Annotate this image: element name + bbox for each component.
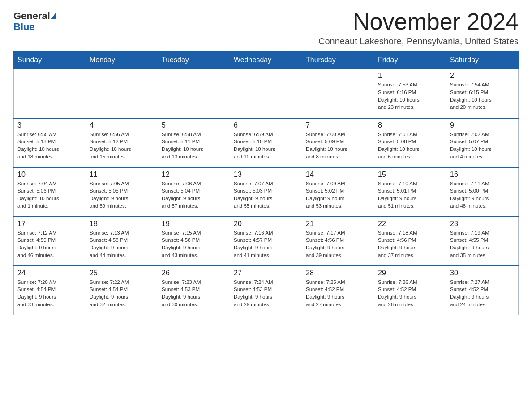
calendar-table: SundayMondayTuesdayWednesdayThursdayFrid…	[13, 51, 519, 315]
calendar-header-row: SundayMondayTuesdayWednesdayThursdayFrid…	[14, 51, 519, 69]
calendar-week-row: 1Sunrise: 7:53 AM Sunset: 6:16 PM Daylig…	[14, 69, 519, 118]
calendar-cell: 5Sunrise: 6:58 AM Sunset: 5:11 PM Daylig…	[158, 118, 230, 167]
day-number: 11	[90, 171, 154, 179]
logo: General Blue	[13, 9, 56, 33]
day-info: Sunrise: 7:26 AM Sunset: 4:52 PM Dayligh…	[378, 278, 442, 308]
day-info: Sunrise: 7:25 AM Sunset: 4:52 PM Dayligh…	[306, 278, 370, 308]
day-info: Sunrise: 7:20 AM Sunset: 4:54 PM Dayligh…	[17, 278, 82, 308]
logo-name-part1: General	[13, 11, 50, 21]
column-header-tuesday: Tuesday	[158, 51, 230, 69]
day-info: Sunrise: 7:04 AM Sunset: 5:06 PM Dayligh…	[17, 180, 82, 210]
calendar-cell	[302, 69, 374, 118]
calendar-week-row: 17Sunrise: 7:12 AM Sunset: 4:59 PM Dayli…	[14, 217, 519, 266]
day-number: 15	[378, 171, 442, 179]
day-number: 21	[306, 220, 370, 228]
day-number: 8	[378, 121, 442, 129]
calendar-cell: 29Sunrise: 7:26 AM Sunset: 4:52 PM Dayli…	[374, 266, 446, 315]
calendar-cell: 12Sunrise: 7:06 AM Sunset: 5:04 PM Dayli…	[158, 167, 230, 217]
calendar-cell: 26Sunrise: 7:23 AM Sunset: 4:53 PM Dayli…	[158, 266, 230, 315]
calendar-cell: 14Sunrise: 7:09 AM Sunset: 5:02 PM Dayli…	[302, 167, 374, 217]
day-info: Sunrise: 7:05 AM Sunset: 5:05 PM Dayligh…	[90, 180, 154, 210]
day-info: Sunrise: 7:19 AM Sunset: 4:55 PM Dayligh…	[450, 229, 515, 259]
calendar-week-row: 3Sunrise: 6:55 AM Sunset: 5:13 PM Daylig…	[14, 118, 519, 167]
calendar-cell: 16Sunrise: 7:11 AM Sunset: 5:00 PM Dayli…	[446, 167, 519, 217]
day-number: 9	[450, 121, 515, 129]
day-number: 16	[450, 171, 515, 179]
day-info: Sunrise: 7:53 AM Sunset: 6:16 PM Dayligh…	[378, 81, 442, 111]
day-number: 23	[450, 220, 515, 228]
calendar-cell: 19Sunrise: 7:15 AM Sunset: 4:58 PM Dayli…	[158, 217, 230, 266]
column-header-sunday: Sunday	[14, 51, 86, 69]
day-info: Sunrise: 7:15 AM Sunset: 4:58 PM Dayligh…	[162, 229, 226, 259]
day-info: Sunrise: 6:59 AM Sunset: 5:10 PM Dayligh…	[234, 131, 298, 161]
day-info: Sunrise: 7:54 AM Sunset: 6:15 PM Dayligh…	[450, 81, 515, 111]
logo-name-part2: Blue	[13, 21, 35, 32]
calendar-cell: 11Sunrise: 7:05 AM Sunset: 5:05 PM Dayli…	[86, 167, 158, 217]
calendar-cell: 13Sunrise: 7:07 AM Sunset: 5:03 PM Dayli…	[230, 167, 302, 217]
day-number: 22	[378, 220, 442, 228]
day-info: Sunrise: 6:55 AM Sunset: 5:13 PM Dayligh…	[17, 131, 82, 161]
calendar-cell: 10Sunrise: 7:04 AM Sunset: 5:06 PM Dayli…	[14, 167, 86, 217]
calendar-cell: 3Sunrise: 6:55 AM Sunset: 5:13 PM Daylig…	[14, 118, 86, 167]
day-number: 25	[90, 269, 154, 277]
location-subtitle: Conneaut Lakeshore, Pennsylvania, United…	[318, 36, 519, 47]
column-header-friday: Friday	[374, 51, 446, 69]
calendar-cell: 27Sunrise: 7:24 AM Sunset: 4:53 PM Dayli…	[230, 266, 302, 315]
day-number: 6	[234, 121, 298, 129]
day-number: 2	[450, 72, 515, 80]
logo-triangle-icon	[51, 13, 56, 19]
day-number: 30	[450, 269, 515, 277]
calendar-cell: 8Sunrise: 7:01 AM Sunset: 5:08 PM Daylig…	[374, 118, 446, 167]
day-number: 17	[17, 220, 82, 228]
day-number: 5	[162, 121, 226, 129]
day-info: Sunrise: 7:06 AM Sunset: 5:04 PM Dayligh…	[162, 180, 226, 210]
calendar-cell: 25Sunrise: 7:22 AM Sunset: 4:54 PM Dayli…	[86, 266, 158, 315]
day-number: 26	[162, 269, 226, 277]
day-info: Sunrise: 7:09 AM Sunset: 5:02 PM Dayligh…	[306, 180, 370, 210]
calendar-cell: 28Sunrise: 7:25 AM Sunset: 4:52 PM Dayli…	[302, 266, 374, 315]
day-number: 1	[378, 72, 442, 80]
calendar-cell: 17Sunrise: 7:12 AM Sunset: 4:59 PM Dayli…	[14, 217, 86, 266]
day-info: Sunrise: 6:56 AM Sunset: 5:12 PM Dayligh…	[90, 131, 154, 161]
column-header-saturday: Saturday	[446, 51, 519, 69]
calendar-cell: 6Sunrise: 6:59 AM Sunset: 5:10 PM Daylig…	[230, 118, 302, 167]
calendar-cell: 4Sunrise: 6:56 AM Sunset: 5:12 PM Daylig…	[86, 118, 158, 167]
day-number: 27	[234, 269, 298, 277]
day-info: Sunrise: 6:58 AM Sunset: 5:11 PM Dayligh…	[162, 131, 226, 161]
day-info: Sunrise: 7:00 AM Sunset: 5:09 PM Dayligh…	[306, 131, 370, 161]
day-info: Sunrise: 7:01 AM Sunset: 5:08 PM Dayligh…	[378, 131, 442, 161]
calendar-cell: 20Sunrise: 7:16 AM Sunset: 4:57 PM Dayli…	[230, 217, 302, 266]
column-header-thursday: Thursday	[302, 51, 374, 69]
day-info: Sunrise: 7:12 AM Sunset: 4:59 PM Dayligh…	[17, 229, 82, 259]
day-info: Sunrise: 7:11 AM Sunset: 5:00 PM Dayligh…	[450, 180, 515, 210]
calendar-cell: 1Sunrise: 7:53 AM Sunset: 6:16 PM Daylig…	[374, 69, 446, 118]
calendar-cell	[86, 69, 158, 118]
calendar-cell	[158, 69, 230, 118]
calendar-cell: 15Sunrise: 7:10 AM Sunset: 5:01 PM Dayli…	[374, 167, 446, 217]
day-info: Sunrise: 7:16 AM Sunset: 4:57 PM Dayligh…	[234, 229, 298, 259]
column-header-wednesday: Wednesday	[230, 51, 302, 69]
day-number: 19	[162, 220, 226, 228]
calendar-week-row: 10Sunrise: 7:04 AM Sunset: 5:06 PM Dayli…	[14, 167, 519, 217]
calendar-cell: 24Sunrise: 7:20 AM Sunset: 4:54 PM Dayli…	[14, 266, 86, 315]
day-number: 13	[234, 171, 298, 179]
day-info: Sunrise: 7:10 AM Sunset: 5:01 PM Dayligh…	[378, 180, 442, 210]
day-number: 3	[17, 121, 82, 129]
day-info: Sunrise: 7:13 AM Sunset: 4:58 PM Dayligh…	[90, 229, 154, 259]
calendar-cell: 7Sunrise: 7:00 AM Sunset: 5:09 PM Daylig…	[302, 118, 374, 167]
calendar-cell: 30Sunrise: 7:27 AM Sunset: 4:52 PM Dayli…	[446, 266, 519, 315]
calendar-cell: 2Sunrise: 7:54 AM Sunset: 6:15 PM Daylig…	[446, 69, 519, 118]
day-info: Sunrise: 7:23 AM Sunset: 4:53 PM Dayligh…	[162, 278, 226, 308]
calendar-cell	[230, 69, 302, 118]
day-number: 10	[17, 171, 82, 179]
day-number: 29	[378, 269, 442, 277]
day-number: 12	[162, 171, 226, 179]
calendar-cell: 23Sunrise: 7:19 AM Sunset: 4:55 PM Dayli…	[446, 217, 519, 266]
page-header: General Blue November 2024 Conneaut Lake…	[13, 9, 519, 47]
day-info: Sunrise: 7:17 AM Sunset: 4:56 PM Dayligh…	[306, 229, 370, 259]
day-number: 28	[306, 269, 370, 277]
day-number: 7	[306, 121, 370, 129]
day-number: 20	[234, 220, 298, 228]
day-info: Sunrise: 7:07 AM Sunset: 5:03 PM Dayligh…	[234, 180, 298, 210]
title-block: November 2024 Conneaut Lakeshore, Pennsy…	[318, 9, 519, 47]
